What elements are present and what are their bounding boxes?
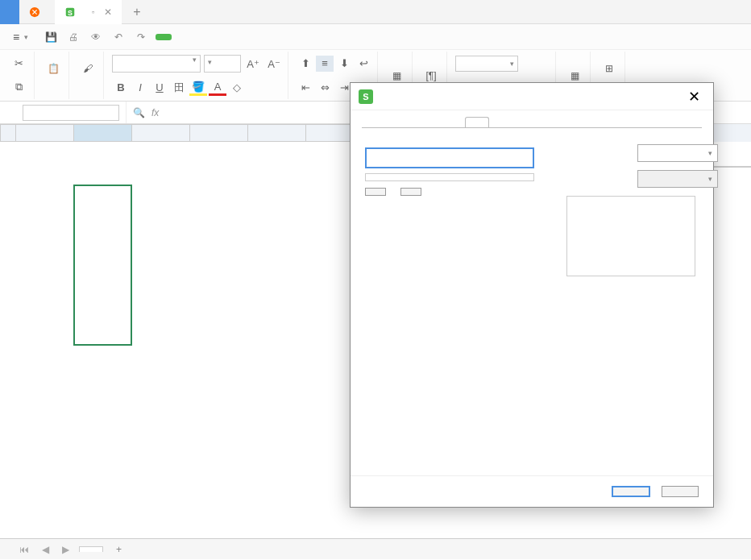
- ribbon-tab-dev[interactable]: [297, 34, 313, 40]
- italic-button[interactable]: I: [131, 80, 149, 96]
- ribbon-tab-apps[interactable]: [315, 34, 331, 40]
- group-paste: 📋: [38, 52, 69, 99]
- align-middle-button[interactable]: ≡: [316, 56, 334, 72]
- col-header-b[interactable]: [74, 124, 132, 142]
- sheet-nav-next[interactable]: ▶: [59, 544, 73, 555]
- dialog-tabs: [351, 110, 713, 128]
- font-color-button[interactable]: A: [209, 80, 226, 96]
- sample-preview: [566, 196, 695, 276]
- color-palette: [365, 173, 534, 181]
- cancel-button[interactable]: [662, 486, 699, 497]
- col-header-a[interactable]: [16, 124, 74, 142]
- font-increase-button[interactable]: A⁺: [244, 56, 262, 72]
- dlg-tab-border[interactable]: [439, 117, 463, 128]
- ribbon-tab-insert[interactable]: [173, 34, 189, 40]
- sheet-add-button[interactable]: +: [110, 544, 128, 555]
- dialog-close-button[interactable]: ✕: [683, 88, 705, 106]
- svg-text:S: S: [68, 8, 73, 16]
- wrap-text-button[interactable]: ↩: [355, 56, 372, 72]
- tab-home[interactable]: [0, 0, 19, 24]
- ok-button[interactable]: [612, 486, 650, 497]
- fx-icon[interactable]: fx: [151, 107, 159, 118]
- sheet-nav-prev[interactable]: ◀: [39, 544, 52, 555]
- no-pattern-button[interactable]: [365, 147, 534, 168]
- ribbon-file-menu[interactable]: ≡ ▾: [5, 27, 36, 47]
- redo-icon[interactable]: ↷: [133, 29, 149, 45]
- col-header-d[interactable]: [190, 124, 248, 142]
- copy-button[interactable]: ⧉: [10, 79, 27, 95]
- font-decrease-button[interactable]: A⁻: [265, 56, 283, 72]
- print-icon[interactable]: 🖨: [65, 29, 81, 45]
- underline-button[interactable]: U: [151, 80, 168, 96]
- font-size-select[interactable]: ▾: [204, 55, 241, 73]
- ribbon-tab-layout[interactable]: [191, 34, 207, 40]
- bold-button[interactable]: B: [112, 80, 130, 96]
- ribbon-tab-security[interactable]: [280, 34, 296, 40]
- align-bottom-button[interactable]: ⬇: [335, 56, 353, 72]
- group-font: ▾ ▾ A⁺ A⁻ B I U 田 🪣 A ◇: [107, 52, 288, 99]
- dlg-tab-protect[interactable]: [491, 117, 515, 128]
- name-box[interactable]: [23, 105, 119, 121]
- dlg-tab-number[interactable]: [362, 117, 386, 128]
- ribbon-tab-view[interactable]: [262, 34, 278, 40]
- number-format-select[interactable]: ▾: [455, 56, 518, 72]
- ribbon-tab-helper[interactable]: [333, 34, 349, 40]
- tab-doc-menu-icon[interactable]: ▫: [92, 8, 94, 16]
- save-icon[interactable]: 💾: [43, 29, 59, 45]
- format-painter-button[interactable]: 🖌: [77, 58, 98, 79]
- sheet-tab-bar: ⏮ ◀ ▶ +: [0, 538, 751, 559]
- undo-icon[interactable]: ↶: [110, 29, 127, 45]
- align-top-button[interactable]: ⬆: [297, 56, 314, 72]
- group-painter: 🖌: [73, 52, 104, 99]
- ribbon-tab-data[interactable]: [226, 34, 243, 40]
- dialog-footer: [351, 475, 713, 507]
- fill-color-button[interactable]: 🪣: [189, 80, 207, 96]
- app-tabs: S ▫ ✕ +: [0, 0, 751, 24]
- font-family-select[interactable]: ▾: [112, 55, 201, 73]
- tab-close-icon[interactable]: ✕: [104, 6, 112, 18]
- select-all-corner[interactable]: [0, 124, 16, 142]
- new-tab-button[interactable]: +: [122, 5, 151, 19]
- ribbon-tab-review[interactable]: [244, 34, 260, 40]
- cell-format-dialog: S ✕: [350, 82, 714, 508]
- dlg-tab-pattern[interactable]: [465, 117, 489, 128]
- dialog-app-icon: S: [359, 89, 373, 104]
- tab-template[interactable]: [19, 0, 55, 24]
- pattern-style-select[interactable]: ▾: [637, 144, 718, 162]
- template-icon: [29, 6, 40, 18]
- table-styles-button[interactable]: ⊞: [599, 58, 620, 79]
- border-button[interactable]: 田: [170, 80, 188, 96]
- sheet-tab[interactable]: [79, 546, 103, 552]
- col-header-e[interactable]: [248, 124, 306, 142]
- preview-icon[interactable]: 👁: [88, 29, 104, 45]
- clear-format-button[interactable]: ◇: [228, 80, 246, 96]
- group-clipboard: ✂ ⧉: [5, 52, 35, 99]
- quick-access: 💾 🖨 👁 ↶ ↷: [38, 29, 154, 45]
- ribbon-tab-formula[interactable]: [209, 34, 225, 40]
- align-left-button[interactable]: ⇤: [297, 79, 314, 95]
- dialog-titlebar: S ✕: [351, 83, 713, 110]
- dlg-tab-font[interactable]: [413, 117, 438, 128]
- fill-effects-button[interactable]: [365, 188, 386, 196]
- pattern-color-select: ▾: [637, 170, 718, 188]
- align-center-button[interactable]: ⇔: [316, 79, 334, 95]
- sheet-nav-first[interactable]: ⏮: [16, 544, 32, 555]
- col-header-c[interactable]: [132, 124, 190, 142]
- ribbon-tab-start[interactable]: [156, 34, 172, 40]
- dialog-body: ▾ ▾: [351, 128, 713, 475]
- ribbon: ≡ ▾ 💾 🖨 👁 ↶ ↷: [0, 24, 751, 50]
- paste-button[interactable]: 📋: [43, 58, 64, 79]
- search-icon[interactable]: 🔍: [133, 107, 145, 118]
- other-colors-button[interactable]: [400, 188, 421, 196]
- dlg-tab-align[interactable]: [388, 117, 412, 128]
- cut-button[interactable]: ✂: [10, 56, 27, 72]
- tab-document[interactable]: S ▫ ✕: [55, 0, 122, 24]
- spreadsheet-icon: S: [64, 6, 76, 18]
